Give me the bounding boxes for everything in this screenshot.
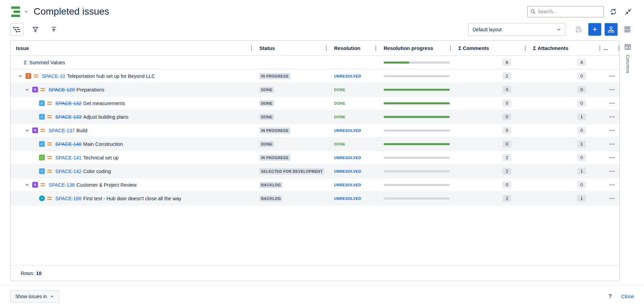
row-actions-button[interactable]: ⋯ [608, 100, 617, 107]
layout-select-value: Default layout [473, 27, 502, 32]
expand-chevron-icon[interactable] [24, 183, 31, 187]
resolution-progress-bar [384, 89, 450, 91]
issue-key-link[interactable]: SPACE-132 [55, 101, 81, 106]
priority-medium-icon [47, 142, 52, 146]
status-badge: BACKLOG [259, 182, 282, 188]
table-row[interactable]: ✓ SPACE-133 Adjust building plans DONE D… [11, 110, 619, 124]
comments-count: 0 [502, 140, 511, 148]
row-actions-button[interactable]: ⋯ [608, 113, 617, 120]
rows-menu-icon[interactable] [621, 23, 634, 36]
issue-key-link[interactable]: SPACE-141 [55, 155, 81, 160]
issue-key-link[interactable]: SPACE-133 [55, 114, 81, 120]
issue-summary: Get measurements [83, 101, 125, 106]
issue-summary: Main Construction [83, 141, 123, 147]
row-actions-button[interactable]: ⋯ [608, 168, 617, 175]
attachments-count: 0 [577, 127, 586, 134]
filter-icon[interactable] [29, 23, 42, 36]
table-row[interactable]: ✓ SPACE-142 Color coding SELECTED FOR DE… [11, 165, 619, 178]
table-row[interactable]: ↯ SPACE-138 Customer & Project Review BA… [11, 178, 619, 192]
column-header-status[interactable]: Status [252, 41, 327, 55]
status-badge: IN PROGRESS [259, 127, 290, 134]
attachments-count: 0 [577, 154, 586, 161]
attachments-count: 0 [577, 181, 586, 188]
epic-issue-type-icon: ↯ [32, 182, 38, 188]
priority-medium-icon [40, 129, 45, 132]
add-item-button[interactable]: + [588, 23, 601, 36]
row-actions-button[interactable]: ⋯ [608, 140, 617, 148]
chevron-down-icon [557, 28, 561, 32]
columns-grid-icon[interactable] [623, 42, 632, 51]
collapse-panel-icon[interactable] [622, 6, 634, 17]
issue-summary: Adjust building plans [83, 114, 128, 120]
table-row[interactable]: ✓ SPACE-132 Get measurements DONE DONE 0… [11, 97, 619, 110]
issue-key-link[interactable]: SPACE-138 [49, 182, 75, 188]
attachments-count: 0 [577, 86, 586, 93]
priority-medium-icon [47, 197, 52, 200]
column-header-more[interactable]: ... [600, 41, 619, 55]
status-badge: IN PROGRESS [259, 155, 290, 161]
expand-chevron-icon[interactable] [24, 129, 31, 133]
column-header-comments[interactable]: Σ Comments [451, 41, 526, 55]
status-badge: DONE [259, 114, 274, 120]
table-row[interactable]: • SPACE-168 First test - Hub door doesn'… [11, 192, 619, 205]
column-header-resolution-progress[interactable]: Resolution progress [376, 41, 451, 55]
structure-menu-caret-icon[interactable] [24, 10, 28, 14]
task-issue-type-icon: ✓ [39, 114, 45, 120]
resolution-progress-bar [384, 170, 450, 172]
row-actions-button[interactable]: ⋯ [608, 72, 617, 80]
sigma-icon: Σ [24, 59, 27, 65]
help-button[interactable]: ? [608, 293, 612, 300]
issue-summary: Color coding [83, 169, 111, 174]
issue-key-link[interactable]: SPACE-137 [49, 128, 75, 133]
column-header-issue[interactable]: Issue [11, 41, 252, 55]
refresh-icon[interactable] [607, 6, 619, 17]
issue-cell: ✓ SPACE-140 Main Construction [11, 137, 252, 151]
issue-key-link[interactable]: SPACE-142 [55, 169, 81, 174]
resolution-progress-bar [384, 116, 450, 118]
priority-medium-icon [47, 115, 52, 118]
issue-key-link[interactable]: SPACE-168 [55, 196, 81, 201]
close-link[interactable]: Close [621, 294, 634, 299]
resolution-badge: DONE [334, 115, 345, 119]
row-actions-button[interactable]: ⋯ [608, 86, 617, 93]
row-actions-button[interactable]: ⋯ [608, 195, 617, 202]
resolution-progress-bar [384, 157, 450, 159]
row-actions-button[interactable]: ⋯ [608, 181, 617, 188]
expand-chevron-icon[interactable] [24, 88, 31, 92]
resolution-badge: UNRESOLVED [334, 156, 361, 160]
status-badge: SELECTED FOR DEVELOPMENT [259, 168, 324, 174]
columns-side-panel: Columns [622, 40, 634, 281]
status-badge: DONE [259, 87, 274, 93]
column-header-resolution[interactable]: Resolution [327, 41, 376, 55]
comments-count: 2 [502, 154, 511, 161]
issue-key-link[interactable]: SPACE-140 [55, 141, 81, 147]
show-issues-in-button[interactable]: Show issues in [10, 290, 59, 303]
column-resize-handle[interactable] [619, 46, 619, 51]
issue-key-link[interactable]: SPACE-10 [42, 73, 65, 79]
priority-medium-icon [40, 183, 45, 186]
table-row[interactable]: ↯ SPACE-129 Preparations DONE DONE 0 0 ⋯ [11, 83, 619, 97]
collapse-all-icon[interactable] [47, 23, 60, 36]
table-row[interactable]: ! SPACE-10 Teleportation hub set up for … [11, 69, 619, 83]
structure-logo-icon[interactable] [10, 5, 23, 18]
comments-count: 0 [502, 86, 511, 93]
expand-chevron-icon[interactable] [17, 74, 24, 78]
table-row[interactable]: □ SPACE-141 Technical set up IN PROGRESS… [11, 151, 619, 165]
grid-body: Σ Summed Values 8 4 [11, 56, 619, 265]
hierarchy-view-icon[interactable] [605, 23, 618, 36]
columns-panel-label[interactable]: Columns [625, 55, 630, 73]
resolution-progress-bar [384, 75, 450, 77]
summary-values-label: Summed Values [29, 60, 65, 65]
structure-view-icon[interactable] [10, 23, 24, 36]
column-header-attachments[interactable]: Σ Attachments [526, 41, 600, 55]
resolution-progress-bar [384, 198, 450, 200]
row-actions-button[interactable]: ⋯ [608, 127, 617, 134]
issue-cell: ✓ SPACE-142 Color coding [11, 165, 252, 178]
resolution-progress-bar [384, 130, 450, 132]
layout-select[interactable]: Default layout [468, 23, 565, 36]
issue-key-link[interactable]: SPACE-129 [49, 87, 75, 92]
table-row[interactable]: ✓ SPACE-140 Main Construction DONE DONE … [11, 137, 619, 151]
search-input[interactable] [538, 9, 601, 14]
row-actions-button[interactable]: ⋯ [608, 154, 617, 161]
table-row[interactable]: ↯ SPACE-137 Build IN PROGRESS UNRESOLVED… [11, 124, 619, 137]
